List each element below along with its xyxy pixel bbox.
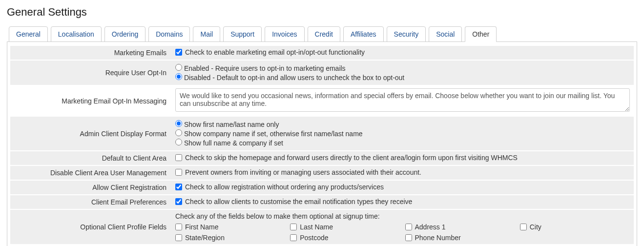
label-marketing-emails: Marketing Emails [10,45,171,60]
page-title: General Settings [7,6,637,19]
row-disable-user-mgmt: Disable Client Area User Management Prev… [10,165,634,180]
field-state-text: State/Region [185,234,225,242]
tab-credit[interactable]: Credit [308,26,340,42]
field-state-checkbox[interactable] [175,234,182,241]
email-prefs-checkbox[interactable] [175,198,182,205]
field-lastname-text: Last Name [300,223,333,231]
label-disable-user-mgmt: Disable Client Area User Management [10,165,171,180]
display-opt1-option[interactable]: Show first name/last name only [175,120,630,128]
row-optin-messaging: Marketing Email Opt-In Messaging [10,85,634,116]
field-phone-option[interactable]: Phone Number [405,234,506,242]
optin-enabled-text: Enabled - Require users to opt-in to mar… [184,64,346,72]
display-opt2-radio[interactable] [175,129,182,136]
allow-registration-checkbox[interactable] [175,184,182,190]
field-firstname-checkbox[interactable] [175,224,182,230]
field-lastname-checkbox[interactable] [290,224,297,230]
field-firstname-option[interactable]: First Name [175,223,276,231]
disable-user-mgmt-text: Prevent owners from inviting or managing… [185,168,421,176]
row-admin-client-display: Admin Client Display Format Show first n… [10,116,634,151]
email-prefs-text: Check to allow clients to customise the … [185,198,412,205]
field-address1-option[interactable]: Address 1 [405,223,506,231]
row-allow-registration: Allow Client Registration Check to allow… [10,180,634,195]
label-default-client-area: Default to Client Area [10,151,171,165]
display-opt3-radio[interactable] [175,139,182,145]
row-require-optin: Require User Opt-In Enabled - Require us… [10,60,634,85]
marketing-emails-option[interactable]: Check to enable marketing email opt-in/o… [175,48,365,56]
label-optin-messaging: Marketing Email Opt-In Messaging [10,85,171,116]
field-address1-text: Address 1 [415,223,446,231]
optin-messaging-textarea[interactable] [175,88,630,112]
field-lastname-option[interactable]: Last Name [290,223,391,231]
display-opt2-text: Show company name if set, otherwise firs… [184,130,363,138]
row-optional-fields: Optional Client Profile Fields Check any… [10,209,634,245]
tab-ordering[interactable]: Ordering [104,26,145,42]
label-allow-registration: Allow Client Registration [10,180,171,195]
marketing-emails-checkbox[interactable] [175,49,182,56]
display-opt3-option[interactable]: Show full name & company if set [175,139,630,147]
settings-panel: Marketing Emails Check to enable marketi… [7,41,637,246]
field-state-option[interactable]: State/Region [175,234,276,242]
label-optional-fields: Optional Client Profile Fields [10,209,171,245]
settings-form: Marketing Emails Check to enable marketi… [10,45,634,245]
tab-localisation[interactable]: Localisation [51,26,102,42]
field-phone-checkbox[interactable] [405,234,412,241]
field-phone-text: Phone Number [415,234,461,242]
default-client-area-option[interactable]: Check to skip the homepage and forward u… [175,154,518,162]
optin-disabled-option[interactable]: Disabled - Default to opt-in and allow u… [175,73,630,82]
tab-general[interactable]: General [9,26,48,42]
allow-registration-text: Check to allow registration without orde… [185,183,384,191]
tab-other[interactable]: Other [465,26,497,42]
field-city-text: City [530,223,541,231]
default-client-area-checkbox[interactable] [175,154,182,161]
field-firstname-text: First Name [185,223,218,231]
field-city-option[interactable]: City [520,223,621,231]
email-prefs-option[interactable]: Check to allow clients to customise the … [175,198,412,205]
row-email-prefs: Client Email Preferences Check to allow … [10,195,634,209]
field-postcode-checkbox[interactable] [290,234,297,241]
label-require-optin: Require User Opt-In [10,60,171,85]
optional-fields-intro: Check any of the fields below to make th… [175,212,630,220]
field-city-checkbox[interactable] [520,224,527,230]
display-opt2-option[interactable]: Show company name if set, otherwise firs… [175,129,630,138]
optin-disabled-radio[interactable] [175,73,182,80]
tab-mail[interactable]: Mail [193,26,220,42]
tab-security[interactable]: Security [387,26,426,42]
field-postcode-text: Postcode [300,234,328,242]
optin-enabled-option[interactable]: Enabled - Require users to opt-in to mar… [175,64,630,72]
allow-registration-option[interactable]: Check to allow registration without orde… [175,183,384,191]
optin-enabled-radio[interactable] [175,64,182,71]
row-default-client-area: Default to Client Area Check to skip the… [10,151,634,165]
tab-domains[interactable]: Domains [148,26,190,42]
tab-invoices[interactable]: Invoices [265,26,304,42]
disable-user-mgmt-option[interactable]: Prevent owners from inviting or managing… [175,168,421,176]
default-client-area-text: Check to skip the homepage and forward u… [185,154,518,162]
marketing-emails-text: Check to enable marketing email opt-in/o… [185,48,365,56]
field-postcode-option[interactable]: Postcode [290,234,391,242]
label-email-prefs: Client Email Preferences [10,195,171,209]
optin-disabled-text: Disabled - Default to opt-in and allow u… [184,74,404,82]
settings-tabs: General Localisation Ordering Domains Ma… [7,26,637,42]
field-address1-checkbox[interactable] [405,224,412,230]
display-opt1-text: Show first name/last name only [184,121,279,128]
disable-user-mgmt-checkbox[interactable] [175,169,182,176]
row-marketing-emails: Marketing Emails Check to enable marketi… [10,45,634,60]
tab-affiliates[interactable]: Affiliates [343,26,384,42]
label-admin-client-display: Admin Client Display Format [10,116,171,151]
display-opt3-text: Show full name & company if set [184,139,283,147]
display-opt1-radio[interactable] [175,120,182,127]
tab-support[interactable]: Support [223,26,262,42]
tab-social[interactable]: Social [429,26,462,42]
